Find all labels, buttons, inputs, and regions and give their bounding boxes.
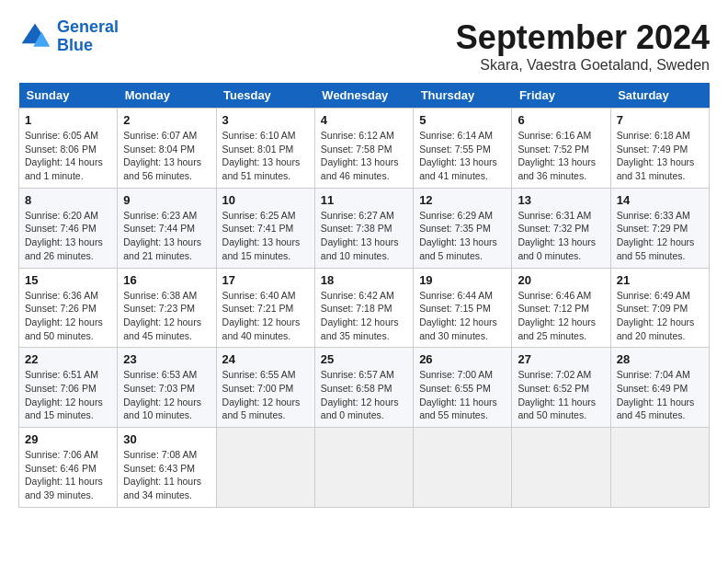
- day-info: Sunrise: 7:08 AM Sunset: 6:43 PM Dayligh…: [123, 448, 210, 502]
- day-number: 23: [123, 352, 210, 366]
- day-info: Sunrise: 6:57 AM Sunset: 6:58 PM Dayligh…: [321, 368, 407, 422]
- day-number: 10: [222, 193, 309, 207]
- day-number: 18: [321, 273, 407, 287]
- weekday-header: Wednesday: [314, 83, 413, 109]
- day-number: 4: [321, 113, 407, 127]
- calendar-cell: 10Sunrise: 6:25 AM Sunset: 7:41 PM Dayli…: [216, 188, 314, 268]
- day-info: Sunrise: 7:04 AM Sunset: 6:49 PM Dayligh…: [617, 368, 703, 422]
- day-number: 13: [518, 193, 604, 207]
- calendar-cell: 12Sunrise: 6:29 AM Sunset: 7:35 PM Dayli…: [414, 188, 512, 268]
- day-info: Sunrise: 6:51 AM Sunset: 7:06 PM Dayligh…: [25, 368, 111, 422]
- day-info: Sunrise: 6:12 AM Sunset: 7:58 PM Dayligh…: [321, 129, 407, 183]
- day-number: 17: [222, 273, 309, 287]
- day-info: Sunrise: 7:02 AM Sunset: 6:52 PM Dayligh…: [518, 368, 604, 422]
- logo-text: General Blue: [57, 18, 119, 55]
- calendar-cell: 16Sunrise: 6:38 AM Sunset: 7:23 PM Dayli…: [118, 268, 216, 348]
- day-number: 9: [123, 193, 210, 207]
- day-number: 21: [617, 273, 703, 287]
- day-number: 30: [123, 432, 210, 446]
- day-info: Sunrise: 6:53 AM Sunset: 7:03 PM Dayligh…: [123, 368, 210, 422]
- day-number: 15: [25, 273, 111, 287]
- calendar-week-row: 8Sunrise: 6:20 AM Sunset: 7:46 PM Daylig…: [19, 188, 710, 268]
- weekday-header-row: SundayMondayTuesdayWednesdayThursdayFrid…: [19, 83, 710, 109]
- calendar-cell: 14Sunrise: 6:33 AM Sunset: 7:29 PM Dayli…: [610, 188, 709, 268]
- day-number: 22: [25, 352, 111, 366]
- calendar-cell: 6Sunrise: 6:16 AM Sunset: 7:52 PM Daylig…: [512, 109, 610, 189]
- day-number: 25: [321, 352, 407, 366]
- calendar-table: SundayMondayTuesdayWednesdayThursdayFrid…: [18, 83, 710, 508]
- calendar-week-row: 1Sunrise: 6:05 AM Sunset: 8:06 PM Daylig…: [19, 109, 710, 189]
- calendar-cell: 24Sunrise: 6:55 AM Sunset: 7:00 PM Dayli…: [216, 348, 314, 428]
- day-number: 26: [419, 352, 506, 366]
- header: General Blue September 2024 Skara, Vaest…: [18, 18, 710, 74]
- calendar-cell: [414, 428, 512, 508]
- day-info: Sunrise: 6:16 AM Sunset: 7:52 PM Dayligh…: [518, 129, 604, 183]
- day-info: Sunrise: 6:42 AM Sunset: 7:18 PM Dayligh…: [321, 289, 407, 343]
- calendar-cell: 29Sunrise: 7:06 AM Sunset: 6:46 PM Dayli…: [19, 428, 118, 508]
- day-number: 14: [617, 193, 703, 207]
- day-info: Sunrise: 6:40 AM Sunset: 7:21 PM Dayligh…: [222, 289, 309, 343]
- calendar-cell: 9Sunrise: 6:23 AM Sunset: 7:44 PM Daylig…: [118, 188, 216, 268]
- calendar-cell: 22Sunrise: 6:51 AM Sunset: 7:06 PM Dayli…: [19, 348, 118, 428]
- day-info: Sunrise: 6:44 AM Sunset: 7:15 PM Dayligh…: [419, 289, 506, 343]
- calendar-cell: [216, 428, 314, 508]
- weekday-header: Friday: [512, 83, 610, 109]
- calendar-cell: 30Sunrise: 7:08 AM Sunset: 6:43 PM Dayli…: [118, 428, 216, 508]
- calendar-cell: 27Sunrise: 7:02 AM Sunset: 6:52 PM Dayli…: [512, 348, 610, 428]
- calendar-cell: 25Sunrise: 6:57 AM Sunset: 6:58 PM Dayli…: [314, 348, 413, 428]
- day-number: 19: [419, 273, 506, 287]
- day-info: Sunrise: 6:23 AM Sunset: 7:44 PM Dayligh…: [123, 209, 210, 263]
- month-title: September 2024: [456, 18, 710, 57]
- day-number: 16: [123, 273, 210, 287]
- day-info: Sunrise: 6:49 AM Sunset: 7:09 PM Dayligh…: [617, 289, 703, 343]
- calendar-cell: 17Sunrise: 6:40 AM Sunset: 7:21 PM Dayli…: [216, 268, 314, 348]
- calendar-cell: 28Sunrise: 7:04 AM Sunset: 6:49 PM Dayli…: [610, 348, 709, 428]
- day-number: 12: [419, 193, 506, 207]
- calendar-cell: 11Sunrise: 6:27 AM Sunset: 7:38 PM Dayli…: [314, 188, 413, 268]
- weekday-header: Saturday: [610, 83, 709, 109]
- day-number: 3: [222, 113, 309, 127]
- calendar-cell: 18Sunrise: 6:42 AM Sunset: 7:18 PM Dayli…: [314, 268, 413, 348]
- calendar-cell: [512, 428, 610, 508]
- calendar-cell: 23Sunrise: 6:53 AM Sunset: 7:03 PM Dayli…: [118, 348, 216, 428]
- weekday-header: Monday: [118, 83, 216, 109]
- calendar-week-row: 22Sunrise: 6:51 AM Sunset: 7:06 PM Dayli…: [19, 348, 710, 428]
- calendar-week-row: 15Sunrise: 6:36 AM Sunset: 7:26 PM Dayli…: [19, 268, 710, 348]
- day-info: Sunrise: 6:27 AM Sunset: 7:38 PM Dayligh…: [321, 209, 407, 263]
- calendar-cell: 2Sunrise: 6:07 AM Sunset: 8:04 PM Daylig…: [118, 109, 216, 189]
- day-info: Sunrise: 6:05 AM Sunset: 8:06 PM Dayligh…: [25, 129, 111, 183]
- day-number: 28: [617, 352, 703, 366]
- calendar-cell: 20Sunrise: 6:46 AM Sunset: 7:12 PM Dayli…: [512, 268, 610, 348]
- day-number: 27: [518, 352, 604, 366]
- day-number: 11: [321, 193, 407, 207]
- day-number: 1: [25, 113, 111, 127]
- day-info: Sunrise: 6:31 AM Sunset: 7:32 PM Dayligh…: [518, 209, 604, 263]
- calendar-cell: 7Sunrise: 6:18 AM Sunset: 7:49 PM Daylig…: [610, 109, 709, 189]
- day-info: Sunrise: 6:33 AM Sunset: 7:29 PM Dayligh…: [617, 209, 703, 263]
- calendar-cell: 26Sunrise: 7:00 AM Sunset: 6:55 PM Dayli…: [414, 348, 512, 428]
- day-number: 20: [518, 273, 604, 287]
- weekday-header: Tuesday: [216, 83, 314, 109]
- day-info: Sunrise: 6:38 AM Sunset: 7:23 PM Dayligh…: [123, 289, 210, 343]
- day-info: Sunrise: 6:18 AM Sunset: 7:49 PM Dayligh…: [617, 129, 703, 183]
- day-number: 6: [518, 113, 604, 127]
- day-number: 29: [25, 432, 111, 446]
- day-info: Sunrise: 6:46 AM Sunset: 7:12 PM Dayligh…: [518, 289, 604, 343]
- day-info: Sunrise: 6:29 AM Sunset: 7:35 PM Dayligh…: [419, 209, 506, 263]
- day-number: 24: [222, 352, 309, 366]
- calendar-cell: [610, 428, 709, 508]
- calendar-cell: [314, 428, 413, 508]
- calendar-week-row: 29Sunrise: 7:06 AM Sunset: 6:46 PM Dayli…: [19, 428, 710, 508]
- day-info: Sunrise: 7:00 AM Sunset: 6:55 PM Dayligh…: [419, 368, 506, 422]
- day-number: 8: [25, 193, 111, 207]
- day-number: 7: [617, 113, 703, 127]
- calendar-cell: 19Sunrise: 6:44 AM Sunset: 7:15 PM Dayli…: [414, 268, 512, 348]
- calendar-cell: 1Sunrise: 6:05 AM Sunset: 8:06 PM Daylig…: [19, 109, 118, 189]
- calendar-cell: 8Sunrise: 6:20 AM Sunset: 7:46 PM Daylig…: [19, 188, 118, 268]
- calendar-cell: 4Sunrise: 6:12 AM Sunset: 7:58 PM Daylig…: [314, 109, 413, 189]
- calendar-cell: 15Sunrise: 6:36 AM Sunset: 7:26 PM Dayli…: [19, 268, 118, 348]
- day-info: Sunrise: 7:06 AM Sunset: 6:46 PM Dayligh…: [25, 448, 111, 502]
- day-info: Sunrise: 6:36 AM Sunset: 7:26 PM Dayligh…: [25, 289, 111, 343]
- calendar-cell: 13Sunrise: 6:31 AM Sunset: 7:32 PM Dayli…: [512, 188, 610, 268]
- logo-line2: Blue: [57, 36, 93, 54]
